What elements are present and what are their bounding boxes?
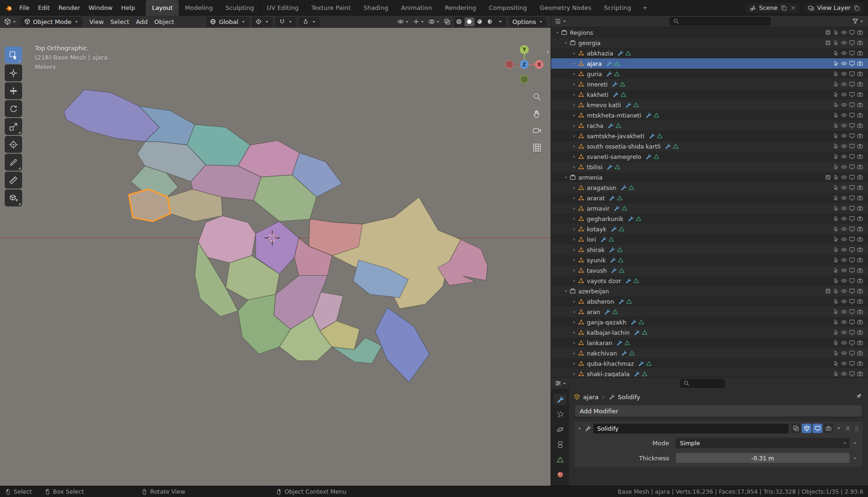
disable-render-toggle-icon[interactable] [857,371,863,377]
outliner-row-imereti[interactable]: imereti [551,79,868,89]
object-visibility-dropdown[interactable] [397,18,410,25]
disable-render-toggle-icon[interactable] [857,122,863,129]
disable-viewport-toggle-icon[interactable] [849,164,855,170]
outliner-row-south-ossetia-shida-kartli[interactable]: south ossetia-shida kartli [551,141,868,151]
selectable-toggle-icon[interactable] [833,350,839,356]
hide-viewport-toggle-icon[interactable] [841,246,847,253]
disable-render-toggle-icon[interactable] [857,339,863,346]
transform-orientation-dropdown[interactable]: Global [206,17,249,27]
disable-render-toggle-icon[interactable] [857,277,863,284]
hide-viewport-toggle-icon[interactable] [841,112,847,118]
modifier-close-icon[interactable] [844,425,851,432]
modifier-extras-icon[interactable] [836,425,842,432]
outliner-row-mtskheta-mtianeti[interactable]: mtskheta-mtianeti [551,110,868,120]
proportional-editing-dropdown[interactable] [299,17,320,27]
hide-viewport-toggle-icon[interactable] [841,298,847,305]
disclosure-right-icon[interactable] [572,185,577,190]
sidebar-collapse-icon[interactable]: ‹ [546,47,549,56]
outliner-row-kalbajar-lachin[interactable]: kalbajar-lachin [551,327,868,338]
shading-solid-button[interactable] [465,17,474,26]
outliner-row-ararat[interactable]: ararat [551,193,868,203]
selectable-toggle-icon[interactable] [833,143,839,150]
disable-viewport-toggle-icon[interactable] [849,257,855,263]
hide-viewport-toggle-icon[interactable] [841,308,847,315]
disclosure-down-icon[interactable] [555,30,560,35]
outliner-row-absheron[interactable]: absheron [551,296,868,307]
shading-rendered-button[interactable] [485,17,495,26]
viewport-canvas[interactable]: Top Orthographic (218) Base Mesh | ajara… [0,28,551,486]
selectable-toggle-icon[interactable] [833,184,839,191]
disable-render-toggle-icon[interactable] [857,298,863,305]
disable-render-toggle-icon[interactable] [857,164,863,170]
selectable-toggle-icon[interactable] [833,267,839,274]
disable-viewport-toggle-icon[interactable] [849,298,855,305]
hide-viewport-toggle-icon[interactable] [841,360,847,367]
disable-viewport-toggle-icon[interactable] [849,329,855,336]
tab-texture-paint[interactable]: Texture Paint [305,0,357,16]
tab-uv-editing[interactable]: UV Editing [260,0,305,16]
properties-tab-particles[interactable] [553,409,567,420]
disable-viewport-toggle-icon[interactable] [849,267,855,274]
disable-viewport-toggle-icon[interactable] [849,29,855,36]
disable-viewport-toggle-icon[interactable] [849,226,855,232]
disable-viewport-toggle-icon[interactable] [849,102,855,108]
disable-viewport-toggle-icon[interactable] [849,153,855,160]
properties-search-input[interactable] [692,380,722,387]
disclosure-right-icon[interactable] [572,103,577,108]
outliner-row-kotayk[interactable]: kotayk [551,224,868,234]
zoom-button[interactable] [531,91,543,103]
disclosure-right-icon[interactable] [572,351,577,356]
outliner-row-azerbeijan[interactable]: azerbeijan [551,286,868,296]
selectable-toggle-icon[interactable] [833,298,839,305]
disable-viewport-toggle-icon[interactable] [849,195,855,201]
selectable-toggle-icon[interactable] [833,102,839,108]
disable-render-toggle-icon[interactable] [857,267,863,274]
disable-render-toggle-icon[interactable] [857,50,863,56]
disable-viewport-toggle-icon[interactable] [849,371,855,377]
hide-viewport-toggle-icon[interactable] [841,350,847,356]
viewport-menu-view[interactable]: View [86,18,107,25]
disclosure-right-icon[interactable] [572,227,577,232]
disable-viewport-toggle-icon[interactable] [849,133,855,139]
hide-viewport-toggle-icon[interactable] [841,236,847,243]
disable-viewport-toggle-icon[interactable] [849,215,855,222]
pivot-point-dropdown[interactable] [252,17,273,27]
blender-logo-icon[interactable] [5,4,12,12]
outliner-row-lankaran[interactable]: lankaran [551,338,868,348]
selectable-toggle-icon[interactable] [833,60,839,67]
tab-scripting[interactable]: Scripting [598,0,638,16]
selectable-toggle-icon[interactable] [833,71,839,77]
hide-viewport-toggle-icon[interactable] [841,143,847,150]
shading-dropdown-icon[interactable] [496,17,505,26]
disclosure-down-icon[interactable] [563,40,568,46]
disclosure-right-icon[interactable] [572,134,577,139]
hide-viewport-toggle-icon[interactable] [841,371,847,377]
scene-selector[interactable]: Scene [746,3,800,13]
disable-render-toggle-icon[interactable] [857,153,863,160]
hide-viewport-toggle-icon[interactable] [841,91,847,98]
animate-dot[interactable]: • [850,455,860,462]
disable-render-toggle-icon[interactable] [857,257,863,263]
disclosure-right-icon[interactable] [572,330,577,335]
hide-viewport-toggle-icon[interactable] [841,184,847,191]
gizmos-dropdown[interactable] [413,18,425,25]
hide-viewport-toggle-icon[interactable] [841,174,847,181]
outliner-row-regions[interactable]: Regions [551,27,868,38]
selectable-toggle-icon[interactable] [833,164,839,170]
outliner-row-tavush[interactable]: tavush [551,265,868,276]
selectable-toggle-icon[interactable] [833,226,839,232]
selectable-toggle-icon[interactable] [833,153,839,160]
hide-viewport-toggle-icon[interactable] [841,257,847,263]
disable-render-toggle-icon[interactable] [857,350,863,356]
outliner-row-nakchivan[interactable]: nakchivan [551,348,868,358]
disclosure-right-icon[interactable] [572,361,577,366]
disable-render-toggle-icon[interactable] [857,39,863,46]
disable-viewport-toggle-icon[interactable] [849,81,855,87]
properties-tab-constraints[interactable] [553,439,567,450]
disable-viewport-toggle-icon[interactable] [849,277,855,284]
gizmo-axis-y-neg[interactable] [521,75,529,83]
disable-viewport-toggle-icon[interactable] [849,122,855,129]
disable-render-toggle-icon[interactable] [857,91,863,98]
outliner-editor-dropdown[interactable] [555,18,567,24]
selectable-toggle-icon[interactable] [833,329,839,336]
